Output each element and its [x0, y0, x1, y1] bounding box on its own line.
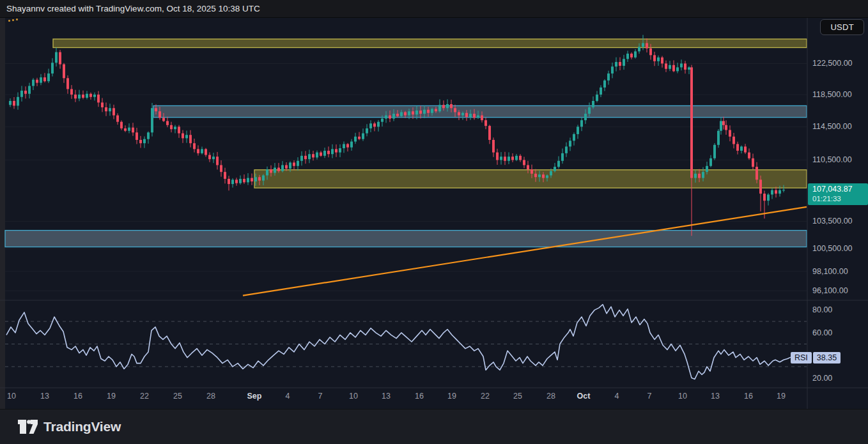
candle-body — [136, 132, 138, 140]
time-tick-label: 19 — [97, 392, 125, 401]
tradingview-chart-screenshot: Shayannv created with TradingView.com, O… — [0, 0, 868, 444]
candle-body — [377, 122, 380, 127]
candle-body — [366, 128, 368, 134]
toolbar-dot-icon[interactable] — [12, 19, 14, 21]
candle-body — [688, 67, 690, 70]
candle-body — [239, 179, 242, 183]
candle-body — [166, 121, 169, 125]
candle-body — [86, 94, 88, 98]
candle-body — [458, 112, 460, 116]
brand-name[interactable]: TradingView — [43, 419, 121, 434]
time-tick-label: 22 — [471, 392, 499, 401]
candle-body — [116, 116, 119, 122]
candle-body — [419, 111, 422, 114]
candle-body — [706, 166, 708, 172]
candle-body — [775, 190, 777, 194]
mid-resistance-zone[interactable] — [153, 105, 807, 117]
candle-body — [584, 114, 587, 120]
candle-body — [47, 73, 50, 81]
candle-body — [339, 148, 341, 153]
candle-body — [580, 120, 583, 126]
time-tick-label: 10 — [0, 392, 26, 401]
candle-body — [270, 169, 272, 172]
candle-body — [492, 140, 495, 153]
candle-body — [174, 126, 176, 129]
lower-support-zone[interactable] — [5, 231, 807, 247]
time-tick-label: 10 — [339, 392, 368, 401]
candle-body — [185, 135, 188, 138]
candle-body — [20, 91, 23, 97]
candle-body — [756, 167, 758, 180]
candle-body — [369, 123, 372, 128]
upper-resistance-zone[interactable] — [53, 39, 807, 47]
candle-body — [235, 180, 238, 183]
candle-body — [258, 177, 261, 180]
candle-body — [308, 154, 311, 159]
time-tick-label: 7 — [635, 392, 663, 401]
time-tick-label: 13 — [372, 392, 400, 401]
candle-body — [55, 52, 58, 63]
candle-body — [488, 126, 491, 140]
price-tick-label: 98,100.00 — [812, 266, 848, 277]
candle-body — [481, 116, 483, 121]
candle-body — [496, 153, 499, 160]
candle-body — [542, 174, 545, 178]
time-tick-label: 4 — [274, 392, 302, 401]
toolbar-dot-icon[interactable] — [16, 19, 18, 20]
toolbar-dot-icon[interactable] — [8, 20, 10, 22]
candle-body — [182, 134, 184, 139]
candle-body — [596, 95, 598, 101]
candle-body — [193, 143, 196, 149]
candle-body — [729, 130, 731, 136]
candle-body — [132, 128, 134, 133]
candle-body — [89, 94, 92, 97]
candle-body — [626, 54, 629, 59]
candle-body — [335, 149, 337, 152]
candle-body — [323, 151, 326, 156]
candle-body — [97, 95, 100, 102]
price-tick-label: 122,500.00 — [812, 58, 853, 68]
chart-canvas[interactable] — [0, 0, 868, 444]
candle-body — [93, 95, 96, 97]
candle-body — [151, 108, 153, 132]
candle-body — [281, 165, 284, 171]
symbol-badge[interactable]: USDT — [820, 19, 864, 35]
candle-body — [59, 52, 61, 65]
candle-body — [630, 54, 633, 57]
mid-support-zone[interactable] — [254, 170, 807, 188]
candle-body — [82, 95, 84, 98]
candle-body — [201, 149, 203, 153]
candle-body — [669, 65, 671, 69]
time-tick-label: 7 — [306, 392, 334, 401]
candle-body — [435, 109, 437, 111]
candle-body — [550, 171, 552, 176]
candle-body — [438, 105, 441, 111]
candle-body — [638, 47, 640, 51]
candle-body — [251, 178, 253, 181]
candle-body — [208, 155, 211, 160]
candle-body — [396, 114, 399, 116]
candle-body — [573, 134, 575, 141]
candle-body — [354, 137, 357, 142]
candle-body — [36, 80, 38, 83]
time-tick-label: 4 — [603, 392, 631, 401]
candle-body — [740, 146, 743, 151]
candle-body — [231, 180, 234, 184]
candle-body — [170, 125, 173, 129]
time-tick-label: 19 — [767, 392, 795, 401]
current-price-badge: 107,043.87 01:21:33 — [808, 183, 868, 205]
candle-body — [527, 165, 529, 169]
candle-body — [112, 108, 115, 115]
candle-body — [431, 109, 433, 112]
rsi-tick-label: 60.00 — [812, 328, 832, 338]
ascending-trendline[interactable] — [243, 207, 807, 296]
candle-body — [611, 66, 614, 73]
candle-body — [262, 176, 265, 181]
candle-body — [725, 125, 727, 130]
time-tick-label: Oct — [570, 392, 598, 401]
candle-body — [312, 154, 314, 157]
candle-body — [615, 62, 617, 66]
candle-body — [557, 161, 560, 167]
tradingview-logo-icon[interactable] — [18, 418, 38, 436]
candle-body — [147, 132, 150, 139]
